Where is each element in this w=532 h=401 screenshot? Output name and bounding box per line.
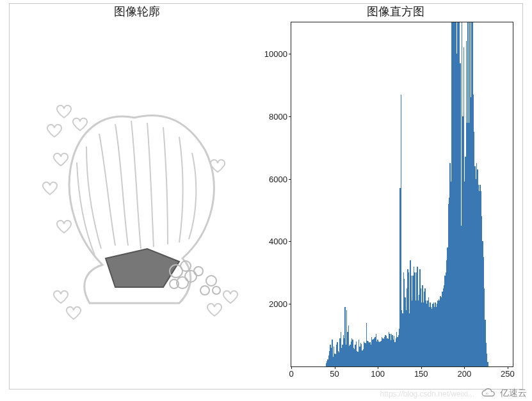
logo: ∞ 亿速云 [480, 387, 527, 400]
svg-text:∞: ∞ [486, 391, 488, 395]
svg-point-7 [200, 286, 209, 295]
xtick-label: 50 [330, 369, 339, 379]
ytick-label: 4000 [269, 237, 287, 246]
right-title: 图像直方图 [278, 4, 513, 19]
xtick-label: 200 [457, 369, 471, 379]
svg-point-4 [194, 267, 203, 276]
svg-point-8 [213, 287, 220, 294]
ytick-label: 6000 [269, 174, 287, 184]
histogram-bars [291, 22, 513, 366]
svg-point-6 [206, 276, 216, 286]
left-title: 图像轮廓 [19, 4, 255, 19]
watermark: https://blog.csdn.net/weixi... [380, 389, 474, 398]
xtick-label: 150 [414, 369, 428, 379]
subplot-right: 图像直方图 2000400060008000100000501001502002… [278, 4, 513, 375]
xtick-label: 250 [501, 369, 515, 379]
figure: 图像轮廓 [0, 0, 532, 401]
subplot-left: 图像轮廓 [19, 4, 255, 375]
ytick-label: 2000 [269, 299, 287, 309]
ytick-label: 10000 [264, 49, 287, 58]
histogram-bar [487, 362, 488, 366]
logo-text: 亿速云 [500, 388, 527, 399]
ytick-label: 8000 [269, 111, 287, 121]
histogram-axes: 200040006000800010000050100150200250 [291, 22, 513, 367]
cloud-icon: ∞ [480, 387, 497, 400]
xtick-label: 0 [289, 369, 293, 379]
contour-image [19, 22, 255, 367]
xtick-label: 100 [371, 369, 385, 379]
